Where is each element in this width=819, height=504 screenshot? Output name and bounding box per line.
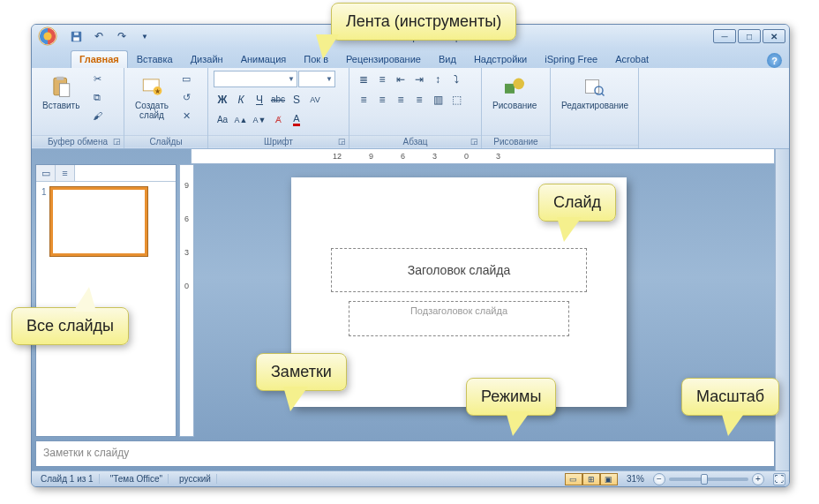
layout-icon[interactable]: ▭ [177, 71, 195, 87]
reset-icon[interactable]: ↺ [177, 89, 195, 105]
tab-view[interactable]: Вид [430, 50, 465, 68]
bullets-icon[interactable]: ≣ [355, 71, 372, 87]
columns-icon[interactable]: ▥ [429, 91, 447, 108]
align-center-icon[interactable]: ≡ [373, 91, 391, 108]
callout-notes: Заметки [256, 353, 347, 391]
save-icon[interactable] [66, 27, 86, 45]
tab-home[interactable]: Главная [71, 50, 128, 68]
paragraph-launcher-icon[interactable]: ◲ [470, 137, 478, 146]
editing-label: Редактирование [561, 101, 628, 110]
tab-ispring[interactable]: iSpring Free [536, 50, 606, 68]
ruler-tick: 0 [184, 282, 189, 290]
change-case-icon[interactable]: Aa [214, 111, 231, 128]
italic-button[interactable]: К [232, 91, 250, 108]
group-clipboard: Вставить ✂ ⧉ 🖌 Буфер обмена◲ [32, 68, 124, 148]
new-slide-button[interactable]: ★ Создать слайд [130, 71, 174, 124]
font-color-icon[interactable]: A [288, 111, 305, 128]
paste-label: Вставить [42, 101, 79, 110]
ruler-tick: 3 [432, 152, 437, 161]
tab-design[interactable]: Дизайн [182, 50, 232, 68]
chevron-down-icon: ▼ [326, 75, 333, 83]
indent-dec-icon[interactable]: ⇤ [392, 71, 410, 87]
qat-dropdown-icon[interactable]: ▼ [135, 27, 154, 45]
grow-font-icon[interactable]: A▲ [232, 111, 250, 128]
tab-acrobat[interactable]: Acrobat [606, 50, 657, 68]
tab-review[interactable]: Рецензирование [337, 50, 430, 68]
zoom-out-button[interactable]: − [653, 473, 665, 485]
notes-pane[interactable]: Заметки к слайду [35, 440, 775, 467]
subtitle-placeholder[interactable]: Подзаголовок слайда [349, 301, 569, 336]
callout-label: Масштаб [696, 387, 764, 405]
align-right-icon[interactable]: ≡ [392, 91, 410, 108]
callout-all-slides: Все слайды [11, 307, 129, 345]
ruler-tick: 0 [464, 152, 469, 161]
callout-label: Слайд [553, 193, 601, 211]
zoom-in-button[interactable]: + [752, 473, 764, 485]
undo-icon[interactable]: ↶ [89, 27, 109, 45]
align-justify-icon[interactable]: ≡ [410, 91, 428, 108]
format-painter-icon[interactable]: 🖌 [88, 108, 106, 124]
clear-format-icon[interactable]: A̸ [269, 111, 287, 128]
new-slide-icon: ★ [139, 74, 165, 99]
font-launcher-icon[interactable]: ◲ [338, 137, 346, 146]
zoom-percent[interactable]: 31% [627, 474, 644, 484]
font-size-combo[interactable]: ▼ [298, 71, 335, 87]
svg-rect-11 [505, 84, 515, 94]
minimize-button[interactable]: ─ [713, 29, 736, 43]
align-left-icon[interactable]: ≡ [355, 91, 372, 108]
shadow-button[interactable]: S [288, 91, 305, 108]
zoom-slider[interactable] [669, 478, 748, 481]
group-font-label: Шрифт [264, 137, 293, 147]
underline-button[interactable]: Ч [251, 91, 268, 108]
fit-window-icon[interactable]: ⛶ [773, 473, 785, 485]
paste-button[interactable]: Вставить [37, 71, 85, 114]
slide-thumbnail[interactable] [50, 187, 147, 256]
line-spacing-icon[interactable]: ↕ [429, 71, 447, 87]
convert-smartart-icon[interactable]: ⬚ [447, 91, 465, 108]
status-theme: "Тема Office" [105, 474, 169, 484]
close-button[interactable]: ✕ [763, 29, 785, 43]
ribbon: Вставить ✂ ⧉ 🖌 Буфер обмена◲ ★ Создать с… [32, 68, 789, 149]
new-slide-label: Создать слайд [135, 101, 169, 120]
copy-icon[interactable]: ⧉ [88, 89, 106, 105]
office-button[interactable] [34, 25, 61, 48]
vertical-scrollbar[interactable] [775, 149, 789, 470]
bold-button[interactable]: Ж [214, 91, 231, 108]
tab-insert[interactable]: Вставка [128, 50, 182, 68]
shrink-font-icon[interactable]: A▼ [251, 111, 268, 128]
drawing-button[interactable]: Рисование [487, 71, 542, 114]
svg-point-12 [514, 79, 525, 90]
clipboard-launcher-icon[interactable]: ◲ [113, 137, 121, 146]
help-icon[interactable]: ? [767, 53, 782, 68]
callout-label: Лента (инструменты) [346, 12, 501, 30]
maximize-button[interactable]: □ [738, 29, 761, 43]
slides-tab-icon[interactable]: ▭ [36, 165, 56, 181]
title-placeholder[interactable]: Заголовок слайда [331, 248, 587, 292]
strike-button[interactable]: abc [269, 91, 287, 108]
zoom-thumb[interactable] [701, 474, 708, 485]
slideshow-view-icon[interactable]: ▣ [600, 473, 618, 485]
tab-addins[interactable]: Надстройки [465, 50, 536, 68]
editing-button[interactable]: Редактирование [556, 71, 634, 114]
outline-tab-icon[interactable]: ≡ [56, 165, 75, 181]
group-paragraph: ≣ ≡ ⇤ ⇥ ↕ ⤵ ≡ ≡ ≡ ≡ ▥ ⬚ Абзац◲ [349, 68, 482, 148]
status-bar: Слайд 1 из 1 "Тема Office" русский ▭ ⊞ ▣… [32, 470, 789, 486]
font-name-combo[interactable]: ▼ [214, 71, 297, 87]
sorter-view-icon[interactable]: ⊞ [582, 473, 600, 485]
text-direction-icon[interactable]: ⤵ [447, 71, 465, 87]
numbering-icon[interactable]: ≡ [373, 71, 391, 87]
indent-inc-icon[interactable]: ⇥ [410, 71, 428, 87]
ruler-tick: 6 [401, 152, 405, 161]
status-slide-count: Слайд 1 из 1 [35, 474, 100, 484]
slides-panel: ▭ ≡ 1 [35, 164, 177, 437]
status-language[interactable]: русский [174, 474, 217, 484]
tab-animation[interactable]: Анимация [232, 50, 296, 68]
normal-view-icon[interactable]: ▭ [565, 473, 582, 485]
ruler-tick: 12 [333, 152, 342, 161]
cut-icon[interactable]: ✂ [88, 71, 106, 87]
redo-icon[interactable]: ↷ [112, 27, 131, 45]
window-controls: ─ □ ✕ [713, 29, 785, 43]
char-spacing-icon[interactable]: AV [306, 91, 324, 108]
callout-ribbon: Лента (инструменты) [331, 3, 516, 41]
delete-slide-icon[interactable]: ✕ [177, 108, 195, 124]
